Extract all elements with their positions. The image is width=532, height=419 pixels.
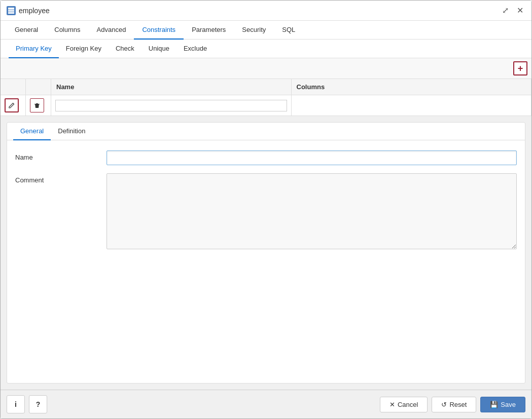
footer: i ? ✕ Cancel ↺ Reset 💾 Save — [1, 390, 531, 418]
columns-cell — [292, 95, 532, 116]
form-row-comment: Comment — [15, 173, 517, 249]
delete-cell — [26, 95, 51, 116]
header-name: Name — [51, 79, 292, 95]
help-button[interactable]: ? — [29, 395, 47, 413]
main-tabs: General Columns Advanced Constraints Par… — [1, 21, 531, 40]
save-icon: 💾 — [490, 401, 498, 408]
name-input[interactable] — [107, 150, 517, 165]
name-cell — [51, 95, 292, 116]
dialog-title: employee — [19, 7, 50, 15]
dialog-window: employee ⤢ ✕ General Columns Advanced Co… — [0, 0, 532, 419]
name-label: Name — [15, 150, 107, 161]
tab-sql[interactable]: SQL — [274, 21, 303, 40]
svg-rect-0 — [8, 8, 14, 10]
add-row-bar: + — [1, 58, 531, 79]
footer-right: ✕ Cancel ↺ Reset 💾 Save — [380, 397, 525, 412]
edit-cell — [1, 95, 26, 116]
tab-parameters[interactable]: Parameters — [184, 21, 234, 40]
detail-panel: General Definition Name Comment — [7, 122, 525, 384]
title-bar-left: employee — [7, 6, 50, 15]
subtab-foreign-key[interactable]: Foreign Key — [59, 40, 109, 58]
subtab-check[interactable]: Check — [109, 40, 141, 58]
header-delete-col — [26, 79, 51, 95]
save-label: Save — [501, 401, 516, 408]
cancel-label: Cancel — [398, 401, 418, 408]
subtab-unique[interactable]: Unique — [141, 40, 176, 58]
edit-row-button[interactable] — [5, 98, 19, 112]
subtab-exclude[interactable]: Exclude — [176, 40, 214, 58]
delete-row-button[interactable] — [30, 98, 44, 112]
subtab-primary-key[interactable]: Primary Key — [9, 40, 59, 58]
table-row — [1, 95, 531, 116]
detail-tabs: General Definition — [7, 123, 525, 140]
comment-label: Comment — [15, 173, 107, 184]
close-button[interactable]: ✕ — [515, 5, 525, 16]
tab-constraints[interactable]: Constraints — [134, 21, 184, 40]
table-icon — [7, 6, 16, 15]
tab-general[interactable]: General — [7, 21, 46, 40]
save-button[interactable]: 💾 Save — [480, 397, 525, 412]
detail-tab-general[interactable]: General — [13, 123, 51, 140]
content-area: Primary Key Foreign Key Check Unique Exc… — [1, 40, 531, 390]
tab-advanced[interactable]: Advanced — [89, 21, 134, 40]
grid-header: Name Columns — [1, 79, 531, 95]
title-bar: employee ⤢ ✕ — [1, 1, 531, 21]
header-edit-col — [1, 79, 26, 95]
constraints-table: + Name Columns — [1, 58, 531, 116]
comment-textarea[interactable] — [107, 173, 517, 249]
sub-tabs-bar: Primary Key Foreign Key Check Unique Exc… — [1, 40, 531, 58]
cancel-icon: ✕ — [389, 401, 395, 408]
title-actions: ⤢ ✕ — [500, 5, 525, 16]
cancel-button[interactable]: ✕ Cancel — [380, 397, 428, 412]
name-row-input[interactable] — [55, 100, 287, 111]
tab-security[interactable]: Security — [234, 21, 274, 40]
footer-left: i ? — [7, 395, 47, 413]
form-row-name: Name — [15, 150, 517, 165]
reset-label: Reset — [449, 401, 467, 408]
svg-rect-2 — [8, 12, 14, 14]
expand-button[interactable]: ⤢ — [500, 5, 511, 16]
reset-button[interactable]: ↺ Reset — [432, 397, 476, 412]
detail-tab-definition[interactable]: Definition — [51, 123, 92, 140]
detail-content: Name Comment — [7, 140, 525, 268]
add-constraint-button[interactable]: + — [513, 61, 527, 75]
tab-columns[interactable]: Columns — [46, 21, 88, 40]
reset-icon: ↺ — [441, 401, 447, 408]
svg-rect-1 — [8, 10, 14, 12]
header-columns: Columns — [292, 79, 532, 95]
info-button[interactable]: i — [7, 395, 25, 413]
